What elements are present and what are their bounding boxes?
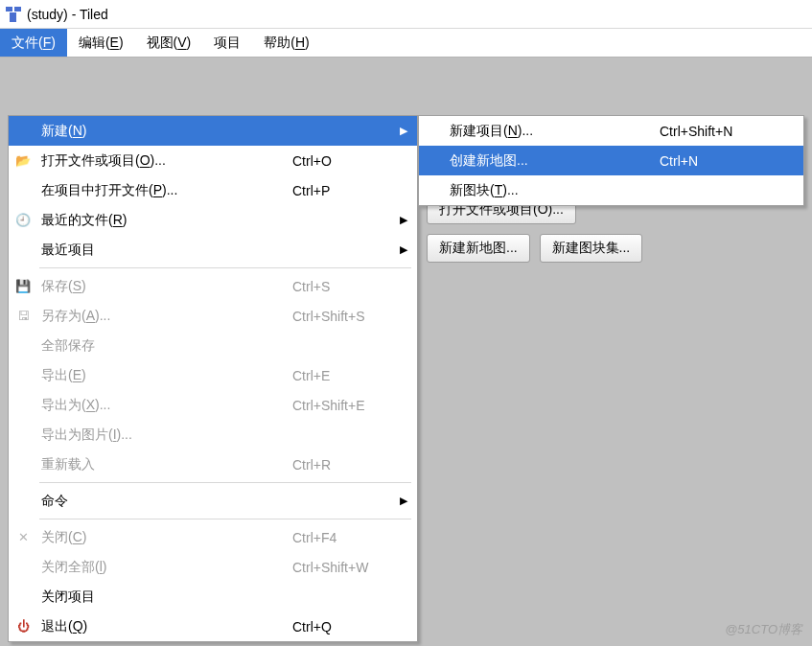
submenu-arrow-icon: ▶ — [400, 125, 407, 137]
file-menu-reload: 重新载入 Ctrl+R — [9, 450, 417, 479]
file-menu-close-all: 关闭全部(l) Ctrl+Shift+W — [9, 552, 417, 582]
svg-rect-2 — [10, 12, 16, 22]
file-menu-open[interactable]: 📂 打开文件或项目(O)... Ctrl+O — [9, 146, 417, 175]
clock-icon: 🕘 — [9, 213, 37, 227]
app-icon — [6, 7, 21, 22]
submenu-arrow-icon: ▶ — [400, 495, 407, 507]
file-menu-new[interactable]: 新建(N) ▶ — [9, 116, 417, 146]
save-icon: 💾 — [9, 279, 37, 293]
title-bar: (study) - Tiled — [0, 0, 812, 29]
file-menu-recent-projects[interactable]: 最近项目 ▶ — [9, 235, 417, 265]
file-menu-export: 导出(E) Ctrl+E — [9, 360, 417, 390]
quit-icon: ⏻ — [9, 619, 37, 634]
workspace: 打开文件或项目(O)... 新建新地图... 新建图块集... 新建(N) ▶ … — [0, 58, 812, 646]
file-menu-recent-files[interactable]: 🕘 最近的文件(R) ▶ — [9, 205, 417, 235]
file-menu-quit[interactable]: ⏻ 退出(Q) Ctrl+Q — [9, 611, 417, 641]
menu-edit[interactable]: 编辑(E) — [67, 29, 135, 57]
menu-view[interactable]: 视图(V) — [135, 29, 203, 57]
watermark: @51CTO博客 — [725, 621, 802, 638]
folder-open-icon: 📂 — [9, 153, 37, 168]
file-menu-close: ✕ 关闭(C) Ctrl+F4 — [9, 522, 417, 552]
svg-rect-0 — [6, 7, 12, 12]
file-menu-export-image: 导出为图片(I)... — [9, 420, 417, 450]
separator — [39, 519, 411, 519]
file-menu-close-project[interactable]: 关闭项目 — [9, 582, 417, 611]
file-menu-save-all: 全部保存 — [9, 331, 417, 360]
submenu-new-tileset[interactable]: 新图块(T)... — [419, 175, 803, 205]
submenu-new-project[interactable]: 新建项目(N)... Ctrl+Shift+N — [419, 116, 803, 146]
new-submenu: 新建项目(N)... Ctrl+Shift+N 创建新地图... Ctrl+N … — [418, 115, 804, 206]
menu-file[interactable]: 文件(F) — [0, 29, 67, 57]
window-title: (study) - Tiled — [27, 7, 108, 22]
svg-rect-1 — [14, 7, 21, 12]
welcome-new-tileset-button[interactable]: 新建图块集... — [540, 234, 643, 263]
menu-project[interactable]: 项目 — [202, 29, 252, 57]
submenu-new-map[interactable]: 创建新地图... Ctrl+N — [419, 146, 803, 175]
separator — [39, 267, 411, 268]
file-menu-save: 💾 保存(S) Ctrl+S — [9, 271, 417, 301]
file-menu-commands[interactable]: 命令 ▶ — [9, 486, 417, 516]
separator — [39, 482, 411, 483]
menu-bar: 文件(F) 编辑(E) 视图(V) 项目 帮助(H) — [0, 29, 812, 58]
submenu-arrow-icon: ▶ — [400, 214, 407, 226]
file-dropdown: 新建(N) ▶ 📂 打开文件或项目(O)... Ctrl+O 在项目中打开文件(… — [8, 115, 418, 642]
file-menu-open-in-project[interactable]: 在项目中打开文件(P)... Ctrl+P — [9, 175, 417, 205]
file-menu-export-as: 导出为(X)... Ctrl+Shift+E — [9, 390, 417, 420]
welcome-row-2: 新建新地图... 新建图块集... — [427, 234, 648, 263]
menu-help[interactable]: 帮助(H) — [252, 29, 320, 57]
submenu-arrow-icon: ▶ — [400, 243, 407, 256]
welcome-new-map-button[interactable]: 新建新地图... — [427, 234, 530, 263]
save-as-icon: 🖫 — [9, 309, 37, 323]
close-icon: ✕ — [9, 530, 37, 544]
file-menu-save-as: 🖫 另存为(A)... Ctrl+Shift+S — [9, 301, 417, 331]
